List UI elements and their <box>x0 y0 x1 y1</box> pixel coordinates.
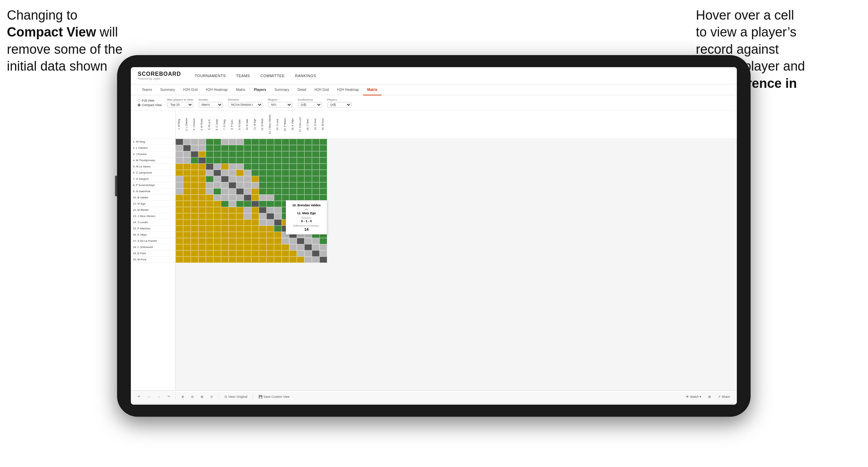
cell-3-9[interactable] <box>236 151 244 157</box>
cell-3-18[interactable] <box>304 151 312 157</box>
cell-17-7[interactable] <box>221 238 229 244</box>
cell-15-10[interactable] <box>244 226 251 232</box>
cell-16-14[interactable] <box>274 232 282 238</box>
cell-20-8[interactable] <box>229 257 236 263</box>
cell-2-15[interactable] <box>282 145 289 151</box>
cell-8-15[interactable] <box>282 182 289 188</box>
cell-11-6[interactable] <box>213 201 221 207</box>
cell-1-6[interactable] <box>213 139 221 145</box>
cell-4-9[interactable] <box>236 157 244 164</box>
cell-5-1[interactable] <box>176 164 183 170</box>
cell-11-8[interactable] <box>229 201 236 207</box>
cell-5-8[interactable] <box>229 164 236 170</box>
cell-20-17[interactable] <box>297 257 304 263</box>
cell-3-7[interactable] <box>221 151 229 157</box>
cell-4-6[interactable] <box>213 157 221 164</box>
cell-9-18[interactable] <box>304 188 312 195</box>
cell-8-2[interactable] <box>183 182 191 188</box>
cell-5-17[interactable] <box>297 164 304 170</box>
cell-9-13[interactable] <box>266 188 274 195</box>
cell-14-11[interactable] <box>251 219 259 226</box>
cell-11-7[interactable] <box>221 201 229 207</box>
cell-14-5[interactable] <box>206 219 213 226</box>
cell-16-3[interactable] <box>191 232 198 238</box>
cell-19-11[interactable] <box>251 250 259 257</box>
redo-btn[interactable]: ↷ <box>166 394 171 399</box>
cell-17-15[interactable] <box>282 238 289 244</box>
cell-16-13[interactable] <box>266 232 274 238</box>
cell-16-2[interactable] <box>183 232 191 238</box>
cell-19-15[interactable] <box>282 250 289 257</box>
cell-3-4[interactable] <box>198 151 206 157</box>
tab-matrix1[interactable]: Matrix <box>232 84 249 95</box>
nav-tournaments[interactable]: TOURNAMENTS <box>195 72 226 79</box>
cell-16-4[interactable] <box>198 232 206 238</box>
cell-1-17[interactable] <box>297 139 304 145</box>
cell-14-4[interactable] <box>198 219 206 226</box>
cell-14-10[interactable] <box>244 219 251 226</box>
tab-h2h-grid2[interactable]: H2H Grid <box>311 84 333 95</box>
cell-20-18[interactable] <box>304 257 312 263</box>
cell-2-12[interactable] <box>259 145 266 151</box>
cell-17-20[interactable] <box>320 238 327 244</box>
cell-6-11[interactable] <box>251 170 259 176</box>
cell-20-10[interactable] <box>244 257 251 263</box>
cell-13-14[interactable] <box>274 213 282 219</box>
cell-11-2[interactable] <box>183 201 191 207</box>
cell-19-4[interactable] <box>198 250 206 257</box>
cell-8-14[interactable] <box>274 182 282 188</box>
cell-11-13[interactable] <box>266 201 274 207</box>
cell-17-3[interactable] <box>191 238 198 244</box>
cell-11-11[interactable] <box>251 201 259 207</box>
cell-11-1[interactable] <box>176 201 183 207</box>
zoom-out-btn[interactable]: ⊖ <box>190 394 195 399</box>
region-select[interactable]: N/A <box>268 102 292 107</box>
cell-17-12[interactable] <box>259 238 266 244</box>
cell-12-2[interactable] <box>183 207 191 213</box>
cell-2-3[interactable] <box>191 145 198 151</box>
cell-19-12[interactable] <box>259 250 266 257</box>
cell-9-5[interactable] <box>206 188 213 195</box>
cell-15-14[interactable] <box>274 226 282 232</box>
cell-13-6[interactable] <box>213 213 221 219</box>
undo-btn[interactable]: ↶ <box>136 394 142 399</box>
cell-18-12[interactable] <box>259 244 266 250</box>
cell-5-12[interactable] <box>259 164 266 170</box>
save-custom-btn[interactable]: 💾 Save Custom View <box>257 394 291 399</box>
cell-14-12[interactable] <box>259 219 266 226</box>
cell-3-15[interactable] <box>282 151 289 157</box>
cell-12-10[interactable] <box>244 207 251 213</box>
cell-16-5[interactable] <box>206 232 213 238</box>
cell-20-2[interactable] <box>183 257 191 263</box>
cell-13-10[interactable] <box>244 213 251 219</box>
cell-20-4[interactable] <box>198 257 206 263</box>
cell-3-2[interactable] <box>183 151 191 157</box>
cell-13-2[interactable] <box>183 213 191 219</box>
cell-3-14[interactable] <box>274 151 282 157</box>
cell-2-8[interactable] <box>229 145 236 151</box>
cell-4-7[interactable] <box>221 157 229 164</box>
cell-9-20[interactable] <box>320 188 327 195</box>
cell-8-8[interactable] <box>229 182 236 188</box>
cell-10-19[interactable] <box>312 195 320 201</box>
cell-1-8[interactable] <box>229 139 236 145</box>
cell-1-12[interactable] <box>259 139 266 145</box>
cell-3-12[interactable] <box>259 151 266 157</box>
cell-11-10[interactable] <box>244 201 251 207</box>
cell-13-8[interactable] <box>229 213 236 219</box>
cell-10-18[interactable] <box>304 195 312 201</box>
cell-18-20[interactable] <box>320 244 327 250</box>
cell-6-7[interactable] <box>221 170 229 176</box>
cell-15-13[interactable] <box>266 226 274 232</box>
cell-3-3[interactable] <box>191 151 198 157</box>
cell-7-19[interactable] <box>312 176 320 182</box>
cell-11-14[interactable] <box>274 201 282 207</box>
cell-9-9[interactable] <box>236 188 244 195</box>
cell-20-7[interactable] <box>221 257 229 263</box>
cell-19-20[interactable] <box>320 250 327 257</box>
cell-1-20[interactable] <box>320 139 327 145</box>
cell-5-5[interactable] <box>206 164 213 170</box>
cell-18-8[interactable] <box>229 244 236 250</box>
cell-3-13[interactable] <box>266 151 274 157</box>
cell-19-10[interactable] <box>244 250 251 257</box>
